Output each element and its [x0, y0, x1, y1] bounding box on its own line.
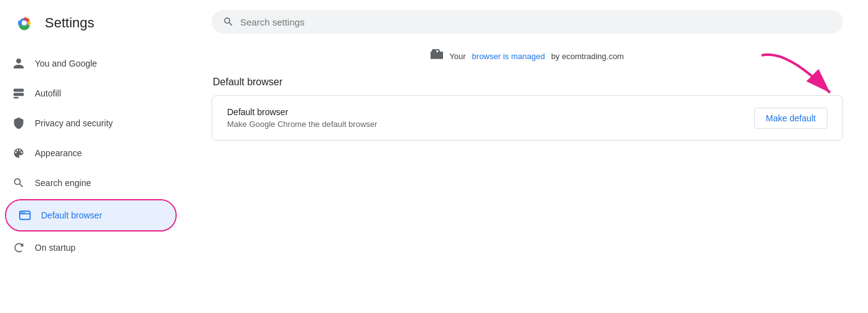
sidebar-nav: You and Google Autofill Privacy and secu…	[0, 46, 187, 265]
autofill-icon	[12, 87, 25, 100]
sidebar-item-label: Default browser	[41, 210, 102, 220]
sidebar-item-on-startup[interactable]: On startup	[0, 233, 177, 263]
sidebar-item-privacy-security[interactable]: Privacy and security	[0, 108, 177, 138]
default-browser-card: Default browser Make Google Chrome the d…	[212, 95, 843, 141]
browser-icon	[19, 209, 31, 222]
search-engine-icon	[12, 177, 25, 189]
search-icon	[223, 16, 234, 27]
sidebar-item-label: Search engine	[35, 178, 91, 188]
palette-icon	[12, 147, 25, 159]
sidebar-item-label: Autofill	[35, 88, 61, 98]
person-icon	[12, 57, 25, 70]
managed-text-before: Your	[449, 52, 465, 61]
search-bar	[212, 10, 843, 34]
svg-point-7	[21, 212, 22, 213]
managed-icon	[431, 49, 443, 64]
sidebar-item-you-and-google[interactable]: You and Google	[0, 49, 177, 78]
make-default-button[interactable]: Make default	[754, 108, 828, 129]
sidebar-item-autofill[interactable]: Autofill	[0, 78, 177, 108]
settings-title: Settings	[45, 15, 95, 31]
startup-icon	[12, 241, 25, 254]
managed-text-after: by ecomtrading.com	[551, 52, 624, 61]
sidebar-item-appearance[interactable]: Appearance	[0, 138, 177, 168]
sidebar-item-label: Privacy and security	[35, 118, 113, 128]
shield-icon	[12, 117, 25, 129]
chrome-logo-icon	[12, 11, 36, 35]
sidebar-item-label: On startup	[35, 243, 75, 253]
sidebar-header: Settings	[0, 0, 187, 46]
managed-link[interactable]: browser is managed	[472, 52, 545, 61]
card-title: Default browser	[227, 107, 377, 117]
section-title: Default browser	[212, 77, 843, 88]
card-description: Make Google Chrome the default browser	[227, 119, 377, 129]
card-content: Default browser Make Google Chrome the d…	[227, 107, 377, 129]
search-input[interactable]	[240, 17, 832, 27]
sidebar-item-default-browser[interactable]: Default browser	[6, 200, 175, 230]
main-content: Your browser is managed by ecomtrading.c…	[187, 0, 868, 313]
sidebar-item-default-browser-wrapper: Default browser	[5, 199, 177, 231]
managed-notice: Your browser is managed by ecomtrading.c…	[212, 49, 843, 64]
svg-point-9	[24, 212, 25, 213]
svg-point-8	[22, 212, 24, 213]
sidebar: Settings You and Google Autofill Privacy…	[0, 0, 187, 313]
sidebar-item-label: Appearance	[35, 148, 82, 158]
svg-point-4	[22, 21, 27, 26]
sidebar-item-label: You and Google	[35, 58, 97, 68]
sidebar-item-search-engine[interactable]: Search engine	[0, 168, 177, 198]
